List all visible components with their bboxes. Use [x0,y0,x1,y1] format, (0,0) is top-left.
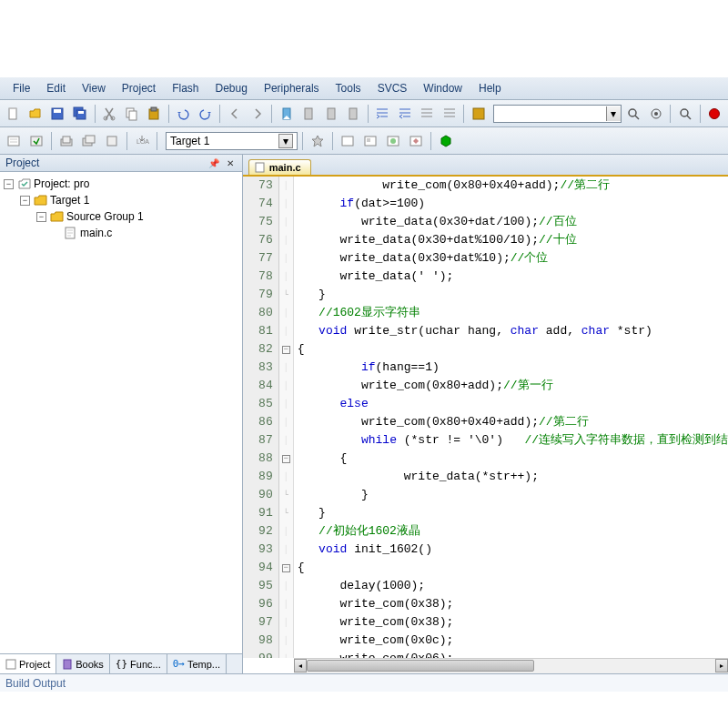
c-file-icon [255,162,266,173]
build-toolbar: LOAD Target 1 ▾ [0,127,728,155]
menu-svcs[interactable]: SVCS [370,80,415,96]
editor-tab-main[interactable]: main.c [248,159,311,175]
outdent-icon[interactable] [395,104,414,124]
menu-window[interactable]: Window [416,80,470,96]
project-panel-header: Project 📌 ✕ [0,155,242,172]
open-icon[interactable] [25,104,45,124]
download-icon[interactable]: LOAD [132,131,152,151]
project-tree[interactable]: − Project: pro − Target 1 − Source Group… [0,172,242,653]
bookmark4-icon[interactable] [343,104,362,124]
manage-2-icon[interactable] [360,131,380,151]
folder-icon [50,210,65,223]
svg-text:LOAD: LOAD [136,138,149,145]
build-icon[interactable] [26,131,46,151]
bookmark-icon[interactable] [277,104,296,124]
nav-back-icon[interactable] [225,104,244,124]
svg-rect-14 [328,108,335,119]
options-icon[interactable] [308,131,328,151]
svg-rect-27 [107,136,116,146]
fold-gutter[interactable]: ││││││└││−│││││−│└└││−│││││ [279,177,294,658]
menu-peripherals[interactable]: Peripherals [257,80,327,96]
tab-project[interactable]: Project [0,654,56,673]
c-file-icon [64,227,78,239]
save-icon[interactable] [48,104,67,124]
find-icon[interactable] [469,104,488,124]
code-editor[interactable]: 7374757677787980818283848586878889909192… [243,177,728,658]
cut-icon[interactable] [100,104,119,124]
menu-debug[interactable]: Debug [208,80,255,96]
svg-rect-5 [78,111,84,114]
scroll-right-icon[interactable]: ▸ [715,659,728,672]
bookmark3-icon[interactable] [321,104,340,124]
chevron-down-icon: ▾ [278,134,293,148]
translate-icon[interactable] [4,131,24,151]
comment-icon[interactable] [417,104,436,124]
manage-3-icon[interactable] [383,131,403,151]
indent-icon[interactable] [373,104,392,124]
project-root-label: Project: pro [34,177,89,190]
svg-rect-2 [54,109,61,113]
project-panel-tabs: Project Books {}Func... 0→Temp... [0,653,242,673]
horizontal-scrollbar[interactable]: ◂ ▸ [294,658,728,673]
collapse-icon[interactable]: − [36,212,46,222]
build-output-title: Build Output [5,677,66,690]
save-all-icon[interactable] [70,104,89,124]
manage-4-icon[interactable] [406,131,426,151]
find-in-files-icon[interactable] [624,104,643,124]
close-panel-icon[interactable]: ✕ [224,157,237,169]
menu-project[interactable]: Project [115,80,163,96]
code-content[interactable]: write_com(0x80+0x40+add);//第二行 if(dat>=1… [294,177,728,658]
pack-installer-icon[interactable] [436,131,456,151]
bookmark2-icon[interactable] [299,104,318,124]
svg-point-17 [629,109,636,116]
scrollbar-thumb[interactable] [307,660,534,672]
menu-help[interactable]: Help [471,80,509,96]
manage-1-icon[interactable] [338,131,358,151]
tab-books[interactable]: Books [56,654,110,673]
line-gutter: 7374757677787980818283848586878889909192… [243,177,279,658]
svg-point-20 [681,109,688,116]
svg-point-33 [390,138,396,144]
uncomment-icon[interactable] [440,104,459,124]
redo-icon[interactable] [196,104,215,124]
svg-rect-11 [151,107,157,111]
copy-icon[interactable] [122,104,141,124]
svg-rect-21 [8,136,19,146]
title-bar-area [0,0,728,77]
folder-icon [34,194,48,207]
scroll-left-icon[interactable]: ◂ [294,659,307,672]
debug-icon[interactable] [675,104,694,124]
pin-icon[interactable]: 📌 [207,157,220,169]
tab-functions[interactable]: {}Func... [110,654,167,673]
stop-build-icon[interactable] [102,131,122,151]
tab-templates[interactable]: 0→Temp... [167,654,227,673]
svg-rect-24 [63,136,70,143]
search-combo[interactable]: ▾ [493,105,622,123]
debug-target-icon[interactable] [646,104,665,124]
collapse-icon[interactable]: − [20,196,30,206]
menu-bar: FileEditViewProjectFlashDebugPeripherals… [0,77,728,100]
svg-rect-15 [349,108,357,119]
target-combo[interactable]: Target 1 ▾ [166,132,298,150]
svg-point-19 [654,112,658,116]
menu-tools[interactable]: Tools [329,80,369,96]
svg-rect-0 [9,108,16,119]
group-label: Source Group 1 [66,210,144,223]
record-icon[interactable] [705,104,724,124]
menu-view[interactable]: View [75,80,113,96]
menu-flash[interactable]: Flash [165,80,206,96]
menu-edit[interactable]: Edit [39,80,73,96]
undo-icon[interactable] [174,104,193,124]
new-file-icon[interactable] [4,104,23,124]
batch-build-icon[interactable] [79,131,99,151]
menu-file[interactable]: File [5,80,37,96]
svg-rect-26 [86,136,95,143]
svg-rect-16 [473,108,484,119]
rebuild-icon[interactable] [56,131,76,151]
editor-area: main.c 737475767778798081828384858687888… [243,155,728,673]
paste-icon[interactable] [144,104,163,124]
file-label: main.c [80,227,112,239]
collapse-icon[interactable]: − [4,179,14,189]
nav-fwd-icon[interactable] [248,104,267,124]
editor-tabs: main.c [243,155,728,177]
